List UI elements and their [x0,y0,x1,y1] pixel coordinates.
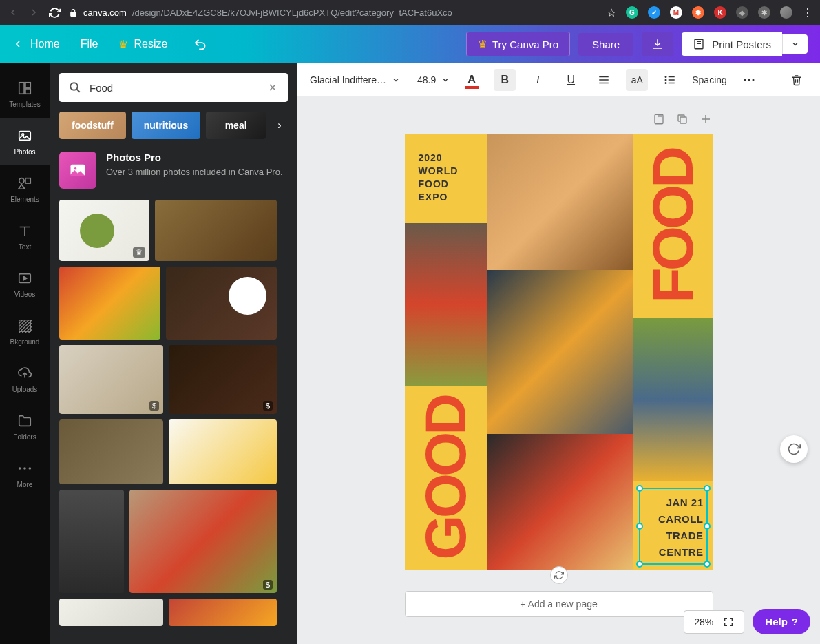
print-dropdown[interactable] [782,34,808,54]
rail-videos[interactable]: Videos [0,260,50,308]
share-button[interactable]: Share [578,33,633,56]
try-pro-button[interactable]: ♛ Try Canva Pro [466,32,570,56]
app-topbar: Home File ♛ Resize ♛ Try Canva Pro Share… [0,25,820,63]
url-bar[interactable]: canva.com/design/DADxE4ZGC8E/k7OJvl-jBWI… [69,8,598,18]
bold-button[interactable]: B [494,69,516,91]
browser-menu[interactable]: ⋮ [802,6,813,19]
resize-button[interactable]: ♛ Resize [118,38,167,51]
photo-thumb[interactable]: $ [59,345,163,414]
filter-foodstuff[interactable]: foodstuff [59,112,126,139]
ext-orange[interactable]: ✽ [692,6,704,19]
align-button[interactable] [593,69,615,91]
photo-thumb[interactable]: $ [129,490,277,593]
rail-folders[interactable]: Folders [0,403,50,450]
poster-good-word[interactable]: GOOD [405,386,487,570]
selection-handle[interactable] [704,523,711,530]
photo-thumb[interactable] [59,490,124,593]
canvas-scroll[interactable]: 2020 WORLD FOOD EXPO FOOD GOOD [297,96,820,644]
selection-handle[interactable] [636,485,643,492]
ext-check[interactable]: ✓ [648,6,660,19]
file-button[interactable]: File [81,38,98,50]
browser-reload[interactable] [48,6,61,19]
poster-image[interactable] [633,318,713,481]
photo-thumb[interactable] [155,200,277,261]
list-button[interactable] [659,69,681,91]
avatar[interactable] [780,6,792,19]
poster-icon [693,38,705,50]
selection-handle[interactable] [704,561,711,568]
poster-canvas[interactable]: 2020 WORLD FOOD EXPO FOOD GOOD [405,134,713,570]
poster-image[interactable] [487,134,633,270]
rail-photos[interactable]: Photos [0,118,50,165]
poster-food-word[interactable]: FOOD [633,134,713,318]
underline-button[interactable]: U [560,69,582,91]
sync-button[interactable] [550,566,568,584]
star-icon[interactable]: ☆ [607,6,616,19]
filter-meal[interactable]: meal [206,112,266,139]
filter-nutritious[interactable]: nutritious [132,112,201,139]
home-button[interactable]: Home [12,38,60,50]
ext-gmail[interactable]: M [670,6,682,19]
poster-image[interactable] [487,434,633,570]
rail-uploads[interactable]: Uploads [0,355,50,403]
zoom-control[interactable]: 28% [684,610,744,634]
rotate-fab[interactable] [780,435,808,463]
rail-more[interactable]: More [0,450,50,498]
selection-handle[interactable] [704,485,711,492]
photo-thumb[interactable] [59,267,160,340]
add-page-button[interactable]: + Add a new page [405,591,713,617]
clear-icon[interactable] [267,82,278,93]
rail-templates[interactable]: Templates [0,70,50,118]
browser-forward[interactable] [28,6,40,19]
rail-text[interactable]: Text [0,213,50,260]
case-button[interactable]: aA [626,69,648,91]
ext-k[interactable]: K [714,6,726,19]
undo-button[interactable] [193,37,209,52]
search-box[interactable] [59,73,288,102]
font-name: Glacial Indiffere… [310,74,386,85]
poster-image[interactable] [405,223,487,386]
rail-elements[interactable]: Elements [0,165,50,213]
ext-grey[interactable]: ✱ [758,6,770,19]
crown-badge: ♛ [133,247,145,258]
pro-banner[interactable]: Photos Pro Over 3 million photos include… [59,152,288,189]
download-button[interactable] [642,32,673,56]
filter-next[interactable]: › [271,119,288,132]
font-select[interactable]: Glacial Indiffere… [310,74,406,85]
photo-thumb[interactable] [169,599,277,626]
notes-icon[interactable] [653,113,666,127]
text-color-button[interactable]: A [461,69,483,91]
svg-point-16 [666,76,667,77]
panel-toggle[interactable]: ‹ [292,353,297,408]
ext-grammarly[interactable]: G [626,6,638,19]
selection-handle[interactable] [636,523,643,530]
selected-textbox[interactable]: JAN 21 CAROLL TRADE CENTRE [639,488,708,565]
browser-back[interactable] [7,6,19,19]
selection-handle[interactable] [636,561,643,568]
fullscreen-icon[interactable] [723,616,734,627]
poster-headline[interactable]: 2020 WORLD FOOD EXPO [405,134,487,223]
photo-thumb[interactable] [166,267,277,340]
delete-button[interactable] [786,69,808,91]
elements-icon [17,175,33,191]
italic-button[interactable]: I [527,69,549,91]
photo-thumb[interactable]: ♛ [59,200,149,261]
rail-bkground[interactable]: Bkground [0,308,50,355]
crown-icon: ♛ [118,38,128,51]
search-input[interactable] [90,82,259,94]
photo-thumb[interactable]: $ [169,345,277,414]
font-size: 48.9 [417,74,436,85]
help-button[interactable]: Help? [753,609,810,634]
print-button[interactable]: Print Posters [682,32,782,56]
add-icon[interactable] [700,113,713,127]
poster-image[interactable] [487,270,633,434]
ext-evernote[interactable]: ◆ [736,6,748,19]
photo-thumb[interactable] [169,419,277,484]
spacing-button[interactable]: Spacing [692,74,727,85]
size-select[interactable]: 48.9 [417,74,450,85]
svg-point-13 [70,83,78,90]
photo-thumb[interactable] [59,419,163,484]
photo-thumb[interactable] [59,599,163,626]
more-button[interactable] [738,69,760,91]
duplicate-icon[interactable] [676,113,690,127]
